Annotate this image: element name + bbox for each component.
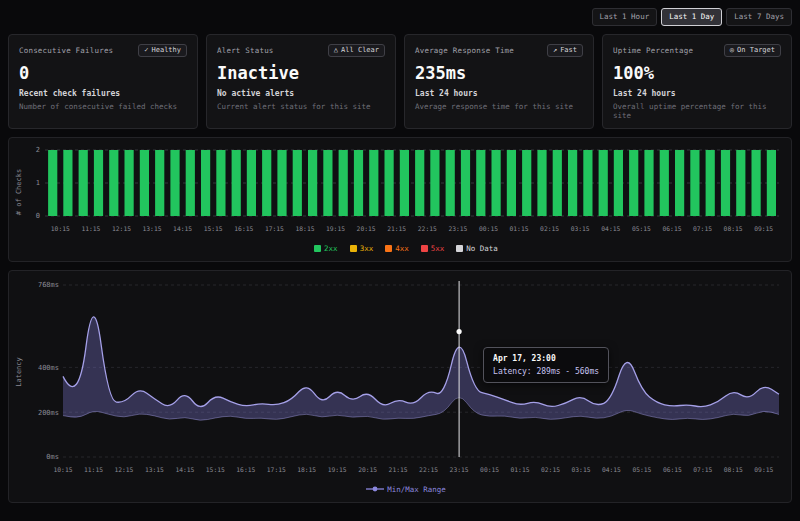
stat-card-subtitle: No active alerts xyxy=(217,89,385,98)
svg-text:20:15: 20:15 xyxy=(357,225,376,232)
stat-card-consecutive-failures: Consecutive Failures✓Healthy0Recent chec… xyxy=(8,34,198,129)
svg-text:04:15: 04:15 xyxy=(601,225,620,232)
svg-text:01:15: 01:15 xyxy=(511,466,530,473)
stat-card-header: Consecutive Failures✓Healthy xyxy=(19,44,187,57)
legend-swatch-5xx xyxy=(421,245,428,252)
svg-text:03:15: 03:15 xyxy=(571,225,590,232)
latency-y-axis-label: Latency xyxy=(15,357,23,387)
latency-legend: Min/Max Range xyxy=(29,481,783,500)
status-badge: ✓Healthy xyxy=(138,44,187,57)
svg-text:01:15: 01:15 xyxy=(510,225,529,232)
on-target-icon: ◎ xyxy=(730,47,734,54)
svg-text:05:15: 05:15 xyxy=(632,466,651,473)
latency-chart-svg[interactable]: 0ms200ms400ms768ms10:1511:1512:1513:1514… xyxy=(29,277,785,481)
svg-text:0: 0 xyxy=(36,212,40,220)
legend-label: 3xx xyxy=(360,244,374,253)
stat-card-subtitle: Last 24 hours xyxy=(613,89,781,98)
stat-card-description: Overall uptime percentage for this site xyxy=(613,102,781,120)
latency-chart-wrap: 0ms200ms400ms768ms10:1511:1512:1513:1514… xyxy=(29,277,783,481)
stat-card-description: Average response time for this site xyxy=(415,102,583,111)
svg-text:05:15: 05:15 xyxy=(632,225,651,232)
range-button-last-1-day[interactable]: Last 1 Day xyxy=(661,8,722,26)
svg-text:08:15: 08:15 xyxy=(724,466,743,473)
svg-text:20:15: 20:15 xyxy=(358,466,377,473)
svg-text:17:15: 17:15 xyxy=(267,466,286,473)
status-badge-label: All Clear xyxy=(341,47,379,54)
svg-text:12:15: 12:15 xyxy=(112,225,131,232)
svg-text:00:15: 00:15 xyxy=(479,225,498,232)
status-badge: △All Clear xyxy=(328,44,385,57)
latency-panel: Latency 0ms200ms400ms768ms10:1511:1512:1… xyxy=(8,270,792,503)
svg-text:2: 2 xyxy=(36,146,40,154)
status-badge-label: Healthy xyxy=(151,47,181,54)
stat-card-title: Alert Status xyxy=(217,46,274,55)
legend-item-5xx[interactable]: 5xx xyxy=(421,244,445,253)
svg-text:16:15: 16:15 xyxy=(236,466,255,473)
legend-label: Min/Max Range xyxy=(387,485,446,494)
svg-text:15:15: 15:15 xyxy=(204,225,223,232)
svg-text:10:15: 10:15 xyxy=(51,225,70,232)
svg-text:21:15: 21:15 xyxy=(387,225,406,232)
legend-item-min-max-range[interactable]: Min/Max Range xyxy=(366,485,446,494)
svg-text:02:15: 02:15 xyxy=(540,225,559,232)
stat-card-value: Inactive xyxy=(217,65,385,82)
stat-card-description: Number of consecutive failed checks xyxy=(19,102,187,111)
legend-label: 2xx xyxy=(324,244,338,253)
range-button-last-7-days[interactable]: Last 7 Days xyxy=(726,8,792,26)
svg-text:06:15: 06:15 xyxy=(663,466,682,473)
legend-label: No Data xyxy=(466,244,498,253)
svg-text:21:15: 21:15 xyxy=(389,466,408,473)
minmax-line-icon xyxy=(366,485,384,493)
svg-text:23:15: 23:15 xyxy=(450,466,469,473)
svg-text:12:15: 12:15 xyxy=(114,466,133,473)
svg-text:19:15: 19:15 xyxy=(328,466,347,473)
svg-text:07:15: 07:15 xyxy=(693,466,712,473)
svg-text:768ms: 768ms xyxy=(38,281,59,289)
svg-text:09:15: 09:15 xyxy=(754,466,773,473)
svg-text:13:15: 13:15 xyxy=(145,466,164,473)
legend-item-3xx[interactable]: 3xx xyxy=(350,244,374,253)
svg-text:18:15: 18:15 xyxy=(297,466,316,473)
status-badge: ↗Fast xyxy=(547,44,583,57)
svg-text:11:15: 11:15 xyxy=(84,466,103,473)
hover-point-dot xyxy=(457,329,462,334)
svg-text:02:15: 02:15 xyxy=(541,466,560,473)
checks-chart-svg[interactable]: 01210:1511:1512:1513:1514:1515:1516:1517… xyxy=(29,144,785,240)
stat-card-description: Current alert status for this site xyxy=(217,102,385,111)
stat-card-header: Uptime Percentage◎On Target xyxy=(613,44,781,57)
status-badge: ◎On Target xyxy=(724,44,781,57)
legend-label: 5xx xyxy=(431,244,445,253)
svg-text:08:15: 08:15 xyxy=(724,225,743,232)
svg-text:17:15: 17:15 xyxy=(265,225,284,232)
tooltip-value: Latency: 289ms - 560ms xyxy=(493,367,599,376)
svg-text:400ms: 400ms xyxy=(38,363,59,371)
svg-text:19:15: 19:15 xyxy=(326,225,345,232)
svg-text:09:15: 09:15 xyxy=(754,225,773,232)
legend-item-2xx[interactable]: 2xx xyxy=(314,244,338,253)
range-button-last-1-hour[interactable]: Last 1 Hour xyxy=(592,8,658,26)
checks-panel: # of Checks 01210:1511:1512:1513:1514:15… xyxy=(8,137,792,262)
checks-legend: 2xx3xx4xx5xxNo Data xyxy=(29,240,783,259)
svg-text:18:15: 18:15 xyxy=(296,225,315,232)
stats-row: Consecutive Failures✓Healthy0Recent chec… xyxy=(8,34,792,129)
stat-card-header: Alert Status△All Clear xyxy=(217,44,385,57)
checks-y-axis-label: # of Checks xyxy=(15,168,23,214)
legend-item-4xx[interactable]: 4xx xyxy=(385,244,409,253)
stat-card-title: Consecutive Failures xyxy=(19,46,113,55)
svg-text:1: 1 xyxy=(36,179,40,187)
stat-card-alert-status: Alert Status△All ClearInactiveNo active … xyxy=(206,34,396,129)
stat-card-header: Average Response Time↗Fast xyxy=(415,44,583,57)
svg-text:16:15: 16:15 xyxy=(234,225,253,232)
svg-text:14:15: 14:15 xyxy=(173,225,192,232)
svg-text:10:15: 10:15 xyxy=(54,466,73,473)
svg-text:06:15: 06:15 xyxy=(663,225,682,232)
legend-swatch-3xx xyxy=(350,245,357,252)
svg-text:14:15: 14:15 xyxy=(175,466,194,473)
all-clear-icon: △ xyxy=(334,47,338,54)
stat-card-title: Average Response Time xyxy=(415,46,514,55)
legend-item-no-data[interactable]: No Data xyxy=(456,244,498,253)
svg-text:0ms: 0ms xyxy=(46,453,59,461)
stat-card-average-response-time: Average Response Time↗Fast235msLast 24 h… xyxy=(404,34,594,129)
svg-text:04:15: 04:15 xyxy=(602,466,621,473)
stat-card-value: 0 xyxy=(19,65,187,82)
